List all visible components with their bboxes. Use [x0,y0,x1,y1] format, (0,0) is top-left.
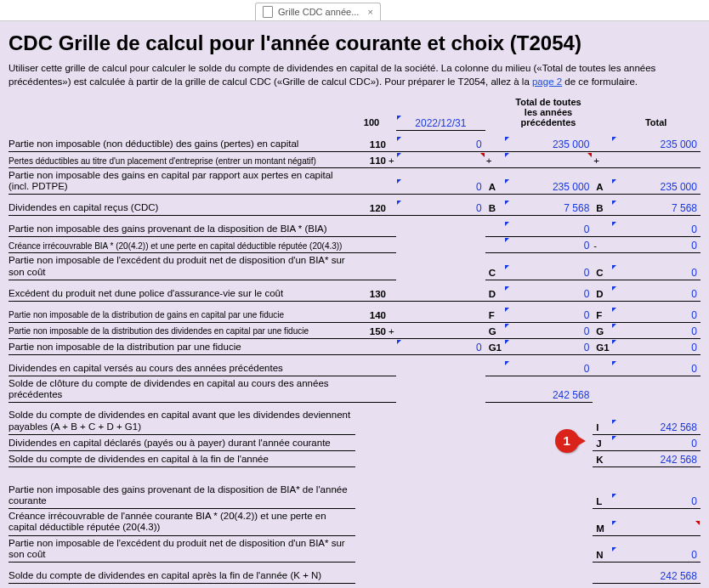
cell-r8-prev[interactable]: 0 [504,286,593,302]
op-r2-tot: + [593,154,611,168]
form-page: CDC Grille de calcul pour l'année couran… [0,21,709,588]
let-r10-prev: G [485,325,504,339]
intro-text: Utiliser cette grille de calcul pour cal… [9,62,700,88]
cell-r2-tot[interactable] [611,152,700,168]
let-r11-prev: G1 [485,341,504,355]
label-r20: Solde du compte de dividendes en capital… [9,568,355,584]
cell-r8-tot[interactable]: 0 [611,286,700,302]
tab-bar: Grille CDC année... × [0,0,709,21]
close-icon[interactable]: × [367,7,372,17]
date-value: 2022/12/31 [396,116,485,130]
cell-r11-cur[interactable]: 0 [396,339,485,355]
label-r13: Solde de clôture du compte de dividendes… [9,376,355,403]
label-r9: Partie non imposable de la distribution … [9,308,355,323]
cell-r2-prev[interactable] [504,152,593,168]
let-r16-tot: K [593,453,611,467]
cell-r5-tot[interactable]: 0 [611,221,700,237]
label-r17: Partie non imposable des gains provenant… [9,483,355,509]
let-r14-tot: I [593,421,611,435]
let-r19-tot: N [593,548,611,563]
op-r10-cur: + [388,325,396,339]
cell-r10-prev[interactable]: 0 [504,323,593,339]
label-r2: Pertes déductibles au titre d'un placeme… [9,155,355,169]
let-r15-tot: J [593,437,611,451]
cell-r1-cur[interactable]: 0 [396,136,485,152]
let-r8-prev: D [485,287,504,302]
cell-r7-tot[interactable]: 0 [611,264,700,280]
cell-r9-tot[interactable]: 0 [611,307,700,323]
cell-r3-cur[interactable]: 0 [396,178,485,195]
let-r3-prev: A [485,180,504,195]
cell-r15-tot[interactable]: 0 [611,435,700,451]
cell-r11-prev[interactable]: 0 [504,339,593,355]
label-r14: Solde du compte de dividendes en capital… [9,408,355,434]
let-r7-tot: C [593,266,611,280]
op-r1-cur [388,148,396,152]
label-r11: Partie non imposable de la distribution … [9,340,355,355]
label-r6: Créance irrécouvrable BIA * (20(4.2)) et… [9,240,355,254]
cell-r6-tot[interactable]: 0 [611,237,700,253]
linenum-r2: 110 [355,154,388,168]
cell-r4-prev[interactable]: 7 568 [504,200,593,216]
tab-label: Grille CDC année... [278,7,359,17]
linenum-r3 [355,190,388,195]
let-r9-prev: F [485,308,504,323]
page-title: CDC Grille de calcul pour l'année couran… [9,31,700,55]
cell-r8-cur[interactable] [396,286,485,302]
cell-r10-tot[interactable]: 0 [611,323,700,339]
let-r11-tot: G1 [593,341,611,355]
cell-r6-cur [396,238,485,253]
cell-r9-prev[interactable]: 0 [504,307,593,323]
link-page-2-top[interactable]: page 2 [532,76,562,87]
cell-r20-tot[interactable]: 242 568 [611,568,700,584]
cell-r14-tot[interactable]: 242 568 [611,419,700,435]
cell-r19-tot[interactable]: 0 [611,546,700,563]
cell-r7-prev[interactable]: 0 [504,264,593,280]
cell-r4-tot[interactable]: 7 568 [611,200,700,216]
col-header-100: 100 [355,117,388,131]
cell-r1-prev[interactable]: 235 000 [504,136,593,152]
cell-r16-tot[interactable]: 242 568 [611,451,700,467]
label-r10: Partie non imposable de la distribution … [9,325,355,339]
cell-r10-cur[interactable] [396,323,485,339]
cell-r3-prev[interactable]: 235 000 [504,178,593,195]
label-r5: Partie non imposable des gains provenant… [9,222,355,237]
op-r3-cur [388,190,396,195]
let-r18-tot: M [593,522,611,536]
label-r7: Partie non imposable de l'excédent du pr… [9,253,355,280]
cell-r9-cur[interactable] [396,307,485,323]
let-r17-tot: L [593,495,611,509]
label-r15: Dividendes en capital déclarés (payés ou… [9,436,355,451]
label-r3: Partie non imposable des gains en capita… [9,168,355,195]
cell-r4-cur[interactable]: 0 [396,200,485,216]
cell-r18-tot[interactable] [611,520,700,536]
let-r7-prev: C [485,266,504,280]
linenum-r1: 110 [355,138,388,152]
linenum-r10: 150 [355,325,388,339]
op-r2-cur: + [388,154,396,168]
cell-r12-prev[interactable]: 0 [504,360,593,376]
op-r2-prev: + [485,154,504,168]
cell-r2-cur[interactable] [396,152,485,168]
cell-r5-prev[interactable]: 0 [504,221,593,237]
date-field[interactable]: 2022/12/31 [396,115,485,131]
cell-r1-tot[interactable]: 235 000 [611,136,700,152]
let-r4-prev: B [485,201,504,216]
cell-r6-prev[interactable]: 0 [504,237,593,253]
cell-r13-prev[interactable]: 242 568 [504,387,593,403]
worksheet-grid: 100 2022/12/31 Total de toutes les année… [9,97,700,584]
label-r12: Dividendes en capital versés au cours de… [9,361,355,376]
op-r6-tot: - [593,239,611,253]
cell-r17-tot[interactable]: 0 [611,493,700,509]
cell-r12-tot[interactable]: 0 [611,360,700,376]
tab-grille-cdc[interactable]: Grille CDC année... × [255,3,381,20]
cell-r11-tot[interactable]: 0 [611,339,700,355]
let-r3-tot: A [593,180,611,195]
let-r10-tot: G [593,325,611,339]
cell-r3-tot[interactable]: 235 000 [611,178,700,195]
label-r18: Créance irrécouvrable de l'année courant… [9,509,355,535]
label-r1: Partie non imposable (non déductible) de… [9,137,355,152]
intro-suffix: de ce formulaire. [562,76,638,87]
linenum-r8: 130 [355,287,388,302]
cell-r7-cur [396,265,485,280]
